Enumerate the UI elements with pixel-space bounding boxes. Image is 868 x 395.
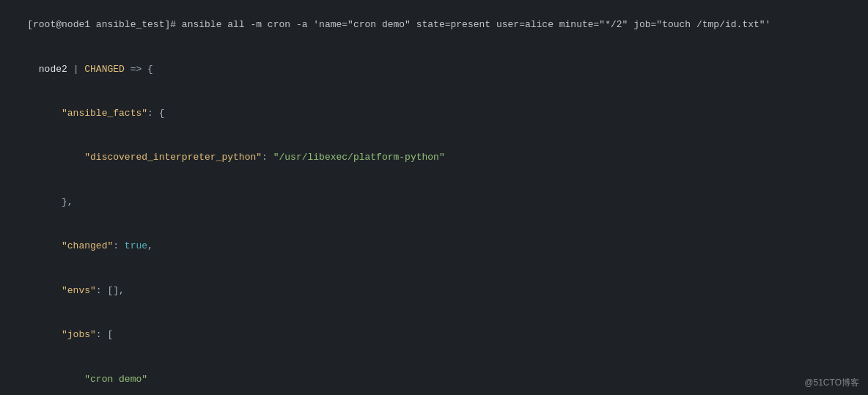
node2-changed: CHANGED	[84, 64, 125, 75]
watermark: @51CTO博客	[804, 377, 859, 389]
terminal: [root@node1 ansible_test]# ansible all -…	[0, 0, 868, 395]
prompt-text: [root@node1 ansible_test]# ansible all -…	[27, 19, 770, 30]
node2-block: node2 | CHANGED => { "ansible_facts": { …	[4, 47, 864, 395]
node2-changed-line: "changed": true,	[4, 224, 864, 268]
node2-jobs-open: "jobs": [	[4, 313, 864, 357]
prompt-line: [root@node1 ansible_test]# ansible all -…	[4, 3, 864, 47]
node2-envs-line: "envs": [],	[4, 269, 864, 313]
node2-cron-demo: "cron demo"	[4, 357, 864, 395]
node2-facts-close: },	[4, 180, 864, 224]
node2-header: node2 | CHANGED => {	[4, 47, 864, 91]
node2-interpreter-line: "discovered_interpreter_python": "/usr/l…	[4, 136, 864, 180]
node2-name: node2	[39, 64, 67, 75]
node2-ansible-facts-key: "ansible_facts": {	[4, 92, 864, 136]
